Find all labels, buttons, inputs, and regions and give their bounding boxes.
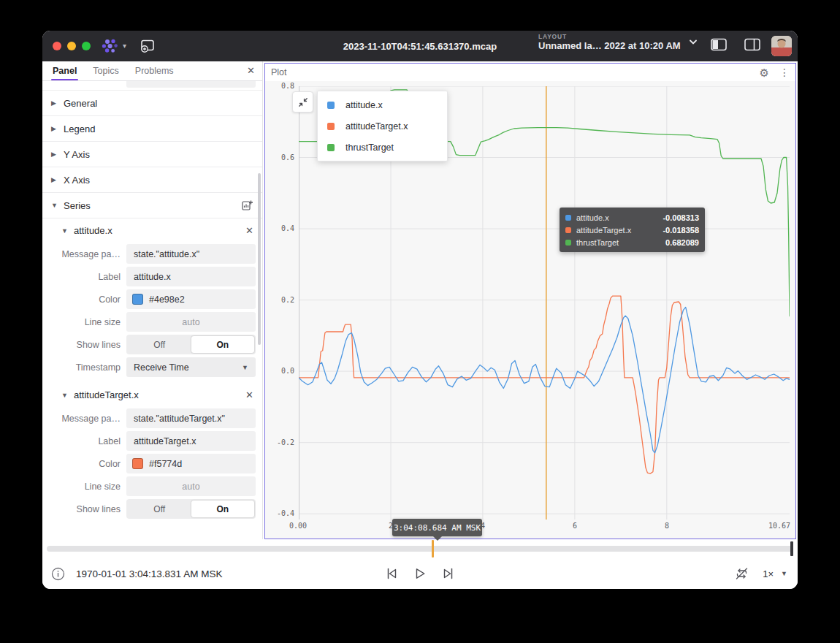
field-label: Label [42, 436, 126, 446]
collapse-arrow-icon: ▶ [51, 151, 57, 158]
seek-end-marker [790, 541, 793, 556]
color-picker[interactable]: #4e98e2 [126, 289, 256, 309]
field-label: Color [42, 294, 126, 305]
section-legend[interactable]: ▶ Legend [42, 116, 262, 142]
field-label: Message pa… [42, 249, 126, 259]
message-path-input[interactable] [126, 408, 256, 428]
y-axis-tick: 0.0 [268, 367, 294, 375]
y-axis-tick: 0.6 [268, 153, 294, 161]
label-input[interactable] [126, 431, 256, 451]
color-picker[interactable]: #f5774d [126, 454, 256, 473]
layout-chevron-icon [685, 38, 701, 47]
remove-series-icon[interactable]: ✕ [245, 225, 253, 236]
field-label: Label [42, 430, 262, 452]
line-size-input[interactable] [126, 312, 256, 332]
seek-start-button[interactable] [384, 567, 399, 580]
close-window-button[interactable] [53, 42, 61, 50]
legend-item-thrust-target[interactable]: thrustTarget [318, 137, 447, 158]
show-lines-off-button[interactable]: Off [128, 501, 191, 517]
field-show-lines: Show lines Off On [42, 333, 262, 356]
y-axis-tick: -0.4 [268, 509, 294, 517]
tab-topics[interactable]: Topics [91, 62, 120, 80]
x-axis-tick: 8 [665, 522, 669, 530]
plot-legend: attitude.x attitudeTarget.x thrustTarget [317, 91, 448, 161]
playback-scrubber-row [42, 539, 798, 558]
seek-end-button[interactable] [441, 567, 456, 580]
show-lines-on-button[interactable]: On [191, 336, 255, 353]
field-label: Show lines [42, 504, 126, 514]
tooltip-row: attitude.x -0.008313 [565, 211, 699, 224]
section-general[interactable]: ▶ General [42, 91, 262, 116]
legend-item-attitude-target-x[interactable]: attitudeTarget.x [318, 115, 447, 137]
tooltip-series-value: -0.008313 [663, 213, 699, 222]
foxglove-logo-icon [101, 39, 120, 53]
plot-panel: Plot ⚙ ⋮ 0.8 0.6 0.4 0.2 0.0 -0.2 -0.4 0… [264, 63, 796, 539]
add-series-button[interactable] [241, 199, 253, 211]
app-window: ▾ 2023-11-10T04:51:45.631370.mcap LAYOUT… [42, 31, 798, 589]
tooltip-row: attitudeTarget.x -0.018358 [565, 224, 699, 236]
sidebar-scrollbar[interactable] [258, 173, 261, 345]
series-header-attitude-x[interactable]: ▼ attitude.x ✕ [42, 218, 262, 243]
info-icon[interactable] [51, 567, 65, 581]
toggle-left-sidebar-button[interactable] [710, 37, 728, 52]
app-menu[interactable]: ▾ [101, 39, 126, 53]
field-label: Message pa… [42, 414, 126, 424]
clipped-title-row: Title Plot [42, 81, 262, 91]
field-timestamp: Timestamp Receive Time ▼ [42, 356, 262, 378]
loop-off-icon[interactable] [734, 566, 749, 581]
add-panel-button[interactable] [140, 39, 156, 53]
show-lines-on-button[interactable]: On [191, 501, 255, 517]
user-avatar[interactable] [771, 36, 792, 56]
toggle-right-sidebar-button[interactable] [744, 37, 761, 52]
field-label: Show lines [42, 340, 126, 350]
expand-arrow-icon: ▼ [61, 227, 68, 235]
section-x-axis[interactable]: ▶ X Axis [42, 167, 262, 193]
seek-bar[interactable] [47, 546, 793, 552]
avatar-photo [771, 36, 792, 56]
close-sidebar-icon[interactable]: ✕ [247, 65, 255, 76]
x-axis-tick: 0.00 [289, 522, 307, 530]
tooltip-series-value: -0.018358 [663, 226, 699, 235]
tab-panel[interactable]: Panel [51, 62, 78, 80]
playback-speed-control[interactable]: 1× ▼ [763, 568, 787, 579]
section-y-axis[interactable]: ▶ Y Axis [42, 142, 262, 167]
legend-label: thrustTarget [345, 142, 394, 153]
tooltip-series-name: attitudeTarget.x [576, 226, 631, 235]
title-bar: ▾ 2023-11-10T04:51:45.631370.mcap LAYOUT… [42, 31, 798, 61]
x-axis-tick: 10.67 [768, 522, 790, 530]
current-timestamp: 1970-01-01 3:04:13.831 AM MSK [76, 568, 222, 579]
message-path-input[interactable] [126, 244, 256, 264]
field-color: Color #f5774d [42, 452, 262, 475]
field-label: Line size [42, 317, 126, 327]
minimize-window-button[interactable] [67, 42, 76, 50]
series-header-attitude-target-x[interactable]: ▼ attitudeTarget.x ✕ [42, 383, 262, 407]
tab-problems[interactable]: Problems [134, 62, 175, 80]
collapse-arrow-icon: ▶ [51, 125, 57, 132]
collapse-legend-button[interactable] [292, 91, 313, 113]
field-label: Label [42, 265, 262, 288]
speed-value: 1× [763, 568, 774, 579]
show-lines-toggle: Off On [126, 499, 256, 519]
section-label: X Axis [64, 175, 90, 186]
title-field-input[interactable]: Plot [126, 81, 256, 88]
remove-series-icon[interactable]: ✕ [245, 389, 253, 400]
section-series[interactable]: ▼ Series [42, 193, 262, 218]
desktop-background: ▾ 2023-11-10T04:51:45.631370.mcap LAYOUT… [0, 0, 840, 643]
play-button[interactable] [413, 567, 427, 580]
plot-panel-title: Plot [271, 67, 287, 77]
field-show-lines: Show lines Off On [42, 498, 262, 520]
zoom-window-button[interactable] [82, 42, 91, 50]
collapse-arrow-icon: ▶ [51, 99, 57, 107]
legend-item-attitude-x[interactable]: attitude.x [318, 94, 447, 115]
speed-caret-icon: ▼ [781, 570, 787, 577]
timestamp-select[interactable]: Receive Time ▼ [126, 357, 256, 377]
plot-chart-area[interactable]: 0.8 0.6 0.4 0.2 0.0 -0.2 -0.4 0.00 2 4 6… [265, 81, 795, 539]
panel-menu-icon[interactable]: ⋮ [779, 67, 790, 77]
section-label: Y Axis [64, 149, 90, 160]
settings-gear-icon[interactable]: ⚙ [760, 67, 769, 78]
show-lines-off-button[interactable]: Off [128, 336, 191, 353]
panel-settings-sidebar: Panel Topics Problems ✕ Title Plot ▶ Gen… [42, 61, 263, 539]
label-input[interactable] [126, 267, 256, 286]
layout-menu[interactable]: LAYOUT Unnamed la… 2022 at 10:20 AM [538, 34, 701, 52]
line-size-input[interactable] [126, 476, 256, 496]
